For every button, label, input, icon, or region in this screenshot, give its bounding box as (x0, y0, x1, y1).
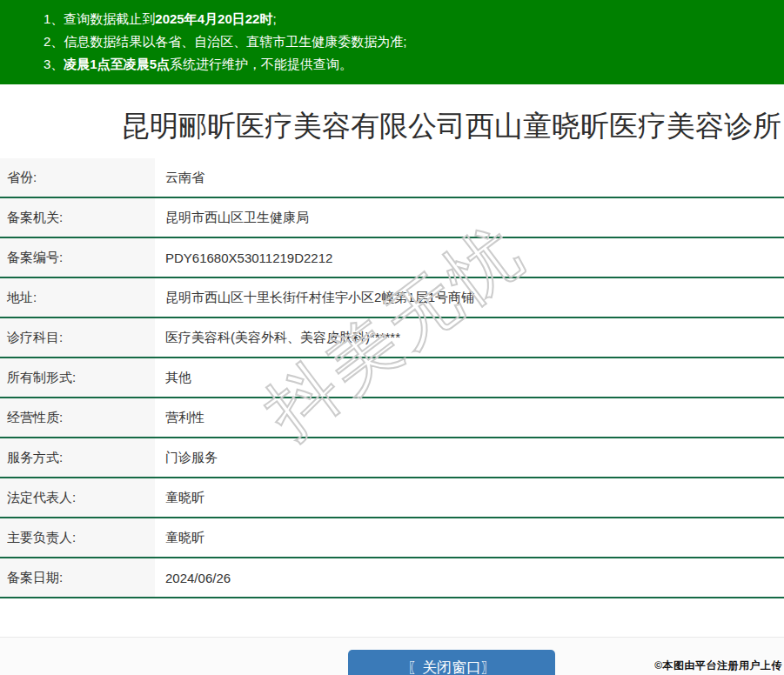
row-value: 昆明市西山区卫生健康局 (155, 198, 784, 237)
table-row: 备案编号: PDY61680X53011219D2212 (0, 238, 784, 278)
row-value: PDY61680X53011219D2212 (155, 238, 784, 277)
notice-text-after: 系统进行维护，不能提供查询。 (170, 57, 352, 71)
row-value: 2024/06/26 (155, 558, 784, 597)
notice-bar: 1、查询数据截止到2025年4月20日22时; 2、信息数据结果以各省、自治区、… (0, 0, 784, 84)
row-label: 经营性质: (0, 398, 155, 437)
row-value: 昆明市西山区十里长街仟村佳宇小区2幢第1层1号商铺 (155, 278, 784, 317)
row-label: 服务方式: (0, 438, 155, 477)
row-label: 所有制形式: (0, 358, 155, 397)
uploader-credit: ©本图由平台注册用户上传 (654, 658, 782, 673)
notice-bold-text: 凌晨1点至凌晨5点 (64, 57, 170, 71)
row-value: 童晓昕 (155, 478, 784, 517)
table-row: 主要负责人: 童晓昕 (0, 518, 784, 558)
row-label: 地址: (0, 278, 155, 317)
table-row: 服务方式: 门诊服务 (0, 438, 784, 478)
notice-text: 信息数据结果以各省、自治区、直辖市卫生健康委数据为准; (64, 34, 406, 49)
notice-number: 2、 (44, 34, 64, 49)
row-value: 门诊服务 (155, 438, 784, 477)
table-row: 经营性质: 营利性 (0, 398, 784, 438)
table-row: 地址: 昆明市西山区十里长街仟村佳宇小区2幢第1层1号商铺 (0, 278, 784, 318)
notice-number: 1、 (44, 11, 64, 26)
table-row: 备案日期: 2024/06/26 (0, 558, 784, 598)
table-row: 法定代表人: 童晓昕 (0, 478, 784, 518)
table-row: 所有制形式: 其他 (0, 358, 784, 398)
row-label: 备案编号: (0, 238, 155, 277)
notice-line: 1、查询数据截止到2025年4月20日22时; (44, 8, 784, 30)
table-row: 诊疗科目: 医疗美容科(美容外科、美容皮肤科)****** (0, 318, 784, 358)
row-label: 诊疗科目: (0, 318, 155, 357)
notice-bold-text: 2025年4月20日22时 (155, 11, 272, 26)
table-row: 备案机关: 昆明市西山区卫生健康局 (0, 198, 784, 238)
close-window-button[interactable]: 〖关闭窗口〗 (348, 650, 555, 675)
row-label: 主要负责人: (0, 518, 155, 557)
table-row: 省份: 云南省 (0, 158, 784, 198)
row-label: 省份: (0, 158, 155, 197)
notice-line: 2、信息数据结果以各省、自治区、直辖市卫生健康委数据为准; (44, 30, 784, 53)
row-value: 医疗美容科(美容外科、美容皮肤科)****** (155, 318, 784, 357)
row-value: 云南省 (155, 158, 784, 197)
row-value: 其他 (155, 358, 784, 397)
row-value: 童晓昕 (155, 518, 784, 557)
page-title: 昆明郦昕医疗美容有限公司西山童晓昕医疗美容诊所 (121, 107, 781, 146)
row-label: 备案日期: (0, 558, 155, 597)
notice-number: 3、 (44, 57, 64, 71)
row-label: 备案机关: (0, 198, 155, 237)
row-label: 法定代表人: (0, 478, 155, 517)
page: 1、查询数据截止到2025年4月20日22时; 2、信息数据结果以各省、自治区、… (0, 0, 784, 675)
row-value: 营利性 (155, 398, 784, 437)
notice-text-after: ; (272, 11, 276, 26)
notice-text: 查询数据截止到 (64, 11, 155, 26)
info-table: 省份: 云南省 备案机关: 昆明市西山区卫生健康局 备案编号: PDY61680… (0, 158, 784, 598)
notice-line: 3、凌晨1点至凌晨5点系统进行维护，不能提供查询。 (44, 53, 784, 76)
